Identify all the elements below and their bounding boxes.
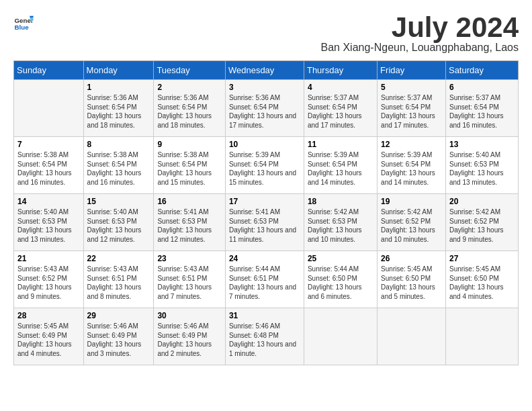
page-header: General Blue July 2024 Ban Xiang-Ngeun, … — [13, 13, 519, 54]
calendar-week-row: 1Sunrise: 5:36 AMSunset: 6:54 PMDaylight… — [14, 80, 519, 137]
day-number: 7 — [17, 140, 80, 149]
day-info: Sunrise: 5:45 AMSunset: 6:50 PMDaylight:… — [449, 265, 515, 301]
table-row: 30Sunrise: 5:46 AMSunset: 6:49 PMDayligh… — [154, 308, 226, 365]
day-number: 28 — [17, 311, 80, 320]
day-number: 9 — [157, 140, 222, 149]
table-row: 29Sunrise: 5:46 AMSunset: 6:49 PMDayligh… — [83, 308, 154, 365]
header-monday: Monday — [83, 61, 154, 80]
table-row: 18Sunrise: 5:42 AMSunset: 6:53 PMDayligh… — [304, 194, 377, 251]
day-info: Sunrise: 5:37 AMSunset: 6:54 PMDaylight:… — [308, 93, 373, 130]
table-row: 16Sunrise: 5:41 AMSunset: 6:53 PMDayligh… — [154, 194, 226, 251]
table-row: 15Sunrise: 5:40 AMSunset: 6:53 PMDayligh… — [83, 194, 154, 251]
header-thursday: Thursday — [304, 61, 377, 80]
table-row: 31Sunrise: 5:46 AMSunset: 6:48 PMDayligh… — [225, 308, 304, 365]
day-info: Sunrise: 5:37 AMSunset: 6:54 PMDaylight:… — [381, 93, 442, 130]
day-number: 22 — [87, 254, 150, 263]
table-row: 8Sunrise: 5:38 AMSunset: 6:54 PMDaylight… — [83, 137, 154, 194]
table-row: 20Sunrise: 5:42 AMSunset: 6:52 PMDayligh… — [445, 194, 518, 251]
day-info: Sunrise: 5:41 AMSunset: 6:53 PMDaylight:… — [157, 208, 222, 244]
header-sunday: Sunday — [14, 61, 84, 80]
title-section: July 2024 Ban Xiang-Ngeun, Louangphabang… — [321, 13, 519, 54]
table-row: 17Sunrise: 5:41 AMSunset: 6:53 PMDayligh… — [225, 194, 304, 251]
svg-text:Blue: Blue — [15, 24, 30, 31]
table-row: 5Sunrise: 5:37 AMSunset: 6:54 PMDaylight… — [378, 80, 446, 137]
day-info: Sunrise: 5:36 AMSunset: 6:54 PMDaylight:… — [87, 93, 150, 130]
day-number: 3 — [229, 83, 300, 92]
header-saturday: Saturday — [445, 61, 518, 80]
day-number: 14 — [17, 197, 80, 206]
day-info: Sunrise: 5:43 AMSunset: 6:52 PMDaylight:… — [17, 265, 80, 301]
day-number: 21 — [17, 254, 80, 263]
table-row: 19Sunrise: 5:42 AMSunset: 6:52 PMDayligh… — [378, 194, 446, 251]
calendar-week-row: 28Sunrise: 5:45 AMSunset: 6:49 PMDayligh… — [14, 308, 519, 365]
day-number: 11 — [308, 140, 373, 149]
day-info: Sunrise: 5:40 AMSunset: 6:53 PMDaylight:… — [17, 208, 80, 244]
table-row: 1Sunrise: 5:36 AMSunset: 6:54 PMDaylight… — [83, 80, 154, 137]
day-number: 15 — [87, 197, 150, 206]
table-row: 6Sunrise: 5:37 AMSunset: 6:54 PMDaylight… — [445, 80, 518, 137]
day-number: 1 — [87, 83, 150, 92]
table-row: 10Sunrise: 5:39 AMSunset: 6:54 PMDayligh… — [225, 137, 304, 194]
day-info: Sunrise: 5:45 AMSunset: 6:50 PMDaylight:… — [381, 265, 442, 301]
day-number: 12 — [381, 140, 442, 149]
table-row: 21Sunrise: 5:43 AMSunset: 6:52 PMDayligh… — [14, 251, 84, 308]
day-info: Sunrise: 5:39 AMSunset: 6:54 PMDaylight:… — [381, 150, 442, 187]
day-number: 30 — [157, 311, 222, 320]
table-row: 13Sunrise: 5:40 AMSunset: 6:53 PMDayligh… — [445, 137, 518, 194]
day-number: 13 — [449, 140, 515, 149]
day-number: 6 — [449, 83, 515, 92]
day-info: Sunrise: 5:38 AMSunset: 6:54 PMDaylight:… — [17, 150, 80, 187]
table-row: 26Sunrise: 5:45 AMSunset: 6:50 PMDayligh… — [378, 251, 446, 308]
table-row — [445, 308, 518, 365]
table-row: 2Sunrise: 5:36 AMSunset: 6:54 PMDaylight… — [154, 80, 226, 137]
location-title: Ban Xiang-Ngeun, Louangphabang, Laos — [321, 42, 519, 54]
day-info: Sunrise: 5:36 AMSunset: 6:54 PMDaylight:… — [229, 93, 300, 130]
day-info: Sunrise: 5:44 AMSunset: 6:50 PMDaylight:… — [308, 265, 373, 301]
day-number: 8 — [87, 140, 150, 149]
day-info: Sunrise: 5:43 AMSunset: 6:51 PMDaylight:… — [157, 265, 222, 301]
day-number: 17 — [229, 197, 300, 206]
table-row: 4Sunrise: 5:37 AMSunset: 6:54 PMDaylight… — [304, 80, 377, 137]
table-row: 9Sunrise: 5:38 AMSunset: 6:54 PMDaylight… — [154, 137, 226, 194]
day-number: 4 — [308, 83, 373, 92]
calendar-week-row: 21Sunrise: 5:43 AMSunset: 6:52 PMDayligh… — [14, 251, 519, 308]
table-row: 24Sunrise: 5:44 AMSunset: 6:51 PMDayligh… — [225, 251, 304, 308]
calendar-table: Sunday Monday Tuesday Wednesday Thursday… — [13, 60, 519, 365]
day-number: 18 — [308, 197, 373, 206]
day-number: 23 — [157, 254, 222, 263]
day-number: 25 — [308, 254, 373, 263]
day-info: Sunrise: 5:46 AMSunset: 6:49 PMDaylight:… — [157, 322, 222, 358]
logo-icon: General Blue — [13, 13, 34, 34]
table-row: 25Sunrise: 5:44 AMSunset: 6:50 PMDayligh… — [304, 251, 377, 308]
header-tuesday: Tuesday — [154, 61, 226, 80]
table-row — [304, 308, 377, 365]
day-info: Sunrise: 5:39 AMSunset: 6:54 PMDaylight:… — [308, 150, 373, 187]
day-number: 27 — [449, 254, 515, 263]
table-row: 11Sunrise: 5:39 AMSunset: 6:54 PMDayligh… — [304, 137, 377, 194]
logo: General Blue — [13, 13, 34, 34]
table-row: 27Sunrise: 5:45 AMSunset: 6:50 PMDayligh… — [445, 251, 518, 308]
day-info: Sunrise: 5:39 AMSunset: 6:54 PMDaylight:… — [229, 150, 300, 187]
day-number: 31 — [229, 311, 300, 320]
calendar-header-row: Sunday Monday Tuesday Wednesday Thursday… — [14, 61, 519, 80]
day-number: 24 — [229, 254, 300, 263]
day-info: Sunrise: 5:46 AMSunset: 6:49 PMDaylight:… — [87, 322, 150, 358]
day-info: Sunrise: 5:42 AMSunset: 6:52 PMDaylight:… — [381, 208, 442, 244]
day-number: 29 — [87, 311, 150, 320]
day-number: 26 — [381, 254, 442, 263]
day-number: 10 — [229, 140, 300, 149]
table-row: 22Sunrise: 5:43 AMSunset: 6:51 PMDayligh… — [83, 251, 154, 308]
day-info: Sunrise: 5:37 AMSunset: 6:54 PMDaylight:… — [449, 93, 515, 130]
day-number: 20 — [449, 197, 515, 206]
table-row — [378, 308, 446, 365]
table-row: 28Sunrise: 5:45 AMSunset: 6:49 PMDayligh… — [14, 308, 84, 365]
calendar-week-row: 7Sunrise: 5:38 AMSunset: 6:54 PMDaylight… — [14, 137, 519, 194]
table-row: 12Sunrise: 5:39 AMSunset: 6:54 PMDayligh… — [378, 137, 446, 194]
day-number: 5 — [381, 83, 442, 92]
header-friday: Friday — [378, 61, 446, 80]
day-info: Sunrise: 5:44 AMSunset: 6:51 PMDaylight:… — [229, 265, 300, 301]
header-wednesday: Wednesday — [225, 61, 304, 80]
table-row: 14Sunrise: 5:40 AMSunset: 6:53 PMDayligh… — [14, 194, 84, 251]
day-info: Sunrise: 5:38 AMSunset: 6:54 PMDaylight:… — [87, 150, 150, 187]
day-info: Sunrise: 5:43 AMSunset: 6:51 PMDaylight:… — [87, 265, 150, 301]
